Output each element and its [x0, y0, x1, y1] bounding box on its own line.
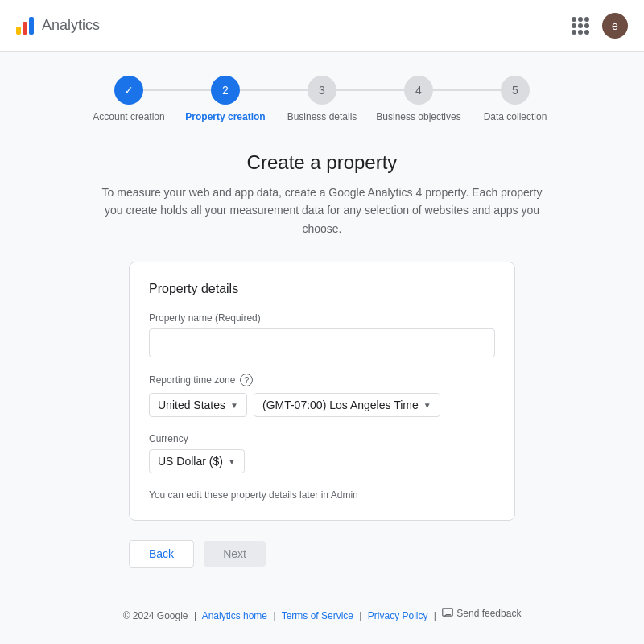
step-1-circle: ✓ [114, 76, 143, 105]
step-5-label: Data collection [484, 111, 547, 122]
logo-bar-1 [16, 27, 21, 35]
analytics-home-link[interactable]: Analytics home [202, 610, 267, 621]
step-5: 5 Data collection [467, 76, 564, 122]
grid-dot [578, 23, 583, 28]
grid-dot [584, 17, 589, 22]
step-4-circle: 4 [404, 76, 433, 105]
grid-dot [578, 30, 583, 35]
logo-bar-3 [29, 17, 34, 35]
copyright: © 2024 Google [123, 610, 188, 621]
apps-grid-icon[interactable] [572, 17, 589, 35]
currency-chevron: ▼ [228, 457, 236, 466]
timezone-value-dropdown[interactable]: (GMT-07:00) Los Angeles Time ▼ [254, 393, 440, 417]
user-avatar[interactable]: e [602, 13, 628, 39]
timezone-help-icon[interactable]: ? [240, 374, 253, 386]
step-1-icon: ✓ [124, 84, 134, 97]
card-title: Property details [149, 282, 495, 296]
step-2-label: Property creation [185, 111, 265, 122]
property-details-card: Property details Property name (Required… [129, 262, 515, 521]
timezone-country-value: United States [158, 398, 225, 411]
button-row: Back Next [129, 540, 515, 568]
feedback-icon [442, 608, 453, 619]
grid-dot [584, 23, 589, 28]
next-button[interactable]: Next [204, 541, 266, 567]
currency-field-group: Currency US Dollar ($) ▼ [149, 433, 495, 473]
step-1-label: Account creation [93, 111, 164, 122]
terms-of-service-link[interactable]: Terms of Service [282, 610, 353, 621]
property-name-label: Property name (Required) [149, 312, 495, 324]
privacy-policy-link[interactable]: Privacy Policy [368, 610, 428, 621]
main-content: ✓ Account creation 2 Property creation [0, 52, 644, 644]
grid-dot [572, 23, 576, 28]
header-left: Analytics [16, 17, 100, 35]
step-4-icon: 4 [415, 84, 422, 97]
step-5-circle: 5 [501, 76, 530, 105]
page-title: Create a property [48, 151, 596, 174]
timezone-selectors: United States ▼ (GMT-07:00) Los Angeles … [149, 393, 495, 417]
property-name-field: Property name (Required) [149, 312, 495, 357]
step-3-circle: 3 [308, 76, 336, 105]
step-3-icon: 3 [319, 84, 325, 97]
timezone-value-chevron: ▼ [423, 401, 431, 410]
timezone-label-row: Reporting time zone ? [149, 374, 495, 386]
logo-bar-2 [23, 22, 27, 35]
step-1: ✓ Account creation [80, 76, 177, 122]
footer: © 2024 Google | Analytics home | Terms o… [48, 592, 596, 630]
step-4-label: Business objectives [376, 111, 460, 122]
step-5-icon: 5 [512, 84, 518, 97]
timezone-label: Reporting time zone [149, 374, 235, 386]
currency-value: US Dollar ($) [158, 455, 223, 468]
app-header: Analytics e [0, 0, 644, 52]
page-description: To measure your web and app data, create… [97, 184, 547, 237]
timezone-country-chevron: ▼ [230, 401, 238, 410]
step-4: 4 Business objectives [370, 76, 467, 122]
currency-dropdown[interactable]: US Dollar ($) ▼ [149, 449, 245, 473]
grid-dot [572, 30, 576, 35]
header-right: e [572, 13, 628, 39]
timezone-field-group: Reporting time zone ? United States ▼ (G… [149, 374, 495, 417]
send-feedback-label: Send feedback [456, 608, 521, 619]
step-3-label: Business details [287, 111, 357, 122]
stepper: ✓ Account creation 2 Property creation [48, 76, 596, 122]
timezone-country-dropdown[interactable]: United States ▼ [149, 393, 247, 417]
grid-dot [572, 17, 576, 22]
currency-label: Currency [149, 433, 495, 444]
analytics-logo [16, 17, 34, 35]
edit-note: You can edit these property details late… [149, 489, 495, 501]
grid-dot [584, 30, 589, 35]
timezone-value-text: (GMT-07:00) Los Angeles Time [262, 398, 419, 411]
send-feedback-button[interactable]: Send feedback [442, 608, 521, 619]
step-2-icon: 2 [222, 84, 229, 97]
step-2: 2 Property creation [177, 76, 274, 122]
step-2-circle: 2 [211, 76, 240, 105]
grid-dot [578, 17, 583, 22]
step-3: 3 Business details [274, 76, 370, 122]
back-button[interactable]: Back [129, 540, 194, 568]
property-name-input[interactable] [149, 328, 495, 357]
app-title: Analytics [42, 17, 100, 34]
